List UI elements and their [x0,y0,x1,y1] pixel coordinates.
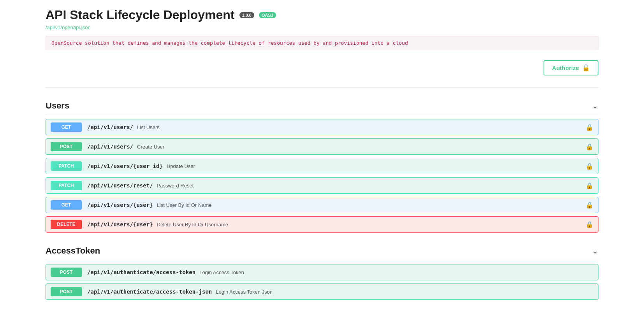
method-badge-post: POST [51,142,82,151]
lock-icon: 🔒 [586,182,593,189]
endpoint-path: /api/v1/users/{user_id} [87,163,163,169]
method-badge-post: POST [51,268,82,277]
authorize-button[interactable]: Authorize 🔓 [544,60,598,75]
oas-badge: OAS3 [259,12,276,18]
title-row: API Stack Lifecycle Deployment 1.0.0 OAS… [46,8,598,22]
endpoint-path: /api/v1/authenticate/access-token-json [87,289,212,295]
endpoint-row-users-4[interactable]: GET/api/v1/users/{user}List User By Id O… [46,197,598,213]
method-badge-patch: PATCH [51,181,82,190]
endpoint-description: Password Reset [157,183,194,189]
sections-container: Users⌄GET/api/v1/users/List Users🔒POST/a… [46,97,598,300]
method-badge-delete: DELETE [51,220,82,229]
lock-icon: 🔒 [586,124,593,131]
method-badge-patch: PATCH [51,161,82,171]
method-badge-get: GET [51,122,82,132]
lock-icon: 🔒 [586,163,593,170]
section-title-access-token: AccessToken [46,246,100,256]
method-badge-post: POST [51,287,82,296]
authorize-label: Authorize [552,65,579,71]
endpoint-path: /api/v1/authenticate/access-token [87,269,195,275]
section-access-token: AccessToken⌄POST/api/v1/authenticate/acc… [46,242,598,300]
chevron-down-icon-access-token: ⌄ [592,246,598,256]
page-wrapper: API Stack Lifecycle Deployment 1.0.0 OAS… [30,0,614,311]
endpoint-row-users-3[interactable]: PATCH/api/v1/users/reset/Password Reset🔒 [46,177,598,194]
endpoint-description: Delete User By Id Or Username [157,222,229,228]
header-section: API Stack Lifecycle Deployment 1.0.0 OAS… [46,8,598,88]
endpoint-path: /api/v1/users/{user} [87,221,153,228]
endpoint-row-access-token-1[interactable]: POST/api/v1/authenticate/access-token-js… [46,284,598,300]
section-users: Users⌄GET/api/v1/users/List Users🔒POST/a… [46,97,598,233]
section-header-access-token[interactable]: AccessToken⌄ [46,242,598,260]
endpoint-path: /api/v1/users/reset/ [87,182,153,189]
authorize-row: Authorize 🔓 [46,56,598,79]
endpoint-row-users-5[interactable]: DELETE/api/v1/users/{user}Delete User By… [46,216,598,233]
lock-icon: 🔒 [586,143,593,150]
lock-icon: 🔒 [586,201,593,209]
method-badge-get: GET [51,200,82,210]
endpoint-description: List Users [137,124,160,130]
endpoint-row-users-1[interactable]: POST/api/v1/users/Create User🔒 [46,138,598,155]
endpoint-description: Login Access Token [199,270,244,275]
endpoint-description: Login Access Token Json [216,289,273,295]
section-title-users: Users [46,101,69,111]
description-box: OpenSource solution that defines and man… [46,36,598,50]
endpoint-path: /api/v1/users/{user} [87,202,153,208]
endpoint-description: Update User [167,163,195,169]
endpoint-description: List User By Id Or Name [157,202,212,208]
lock-icon: 🔒 [586,221,593,228]
section-header-users[interactable]: Users⌄ [46,97,598,115]
endpoint-path: /api/v1/users/ [87,124,133,130]
version-badge: 1.0.0 [239,12,254,18]
endpoint-row-users-0[interactable]: GET/api/v1/users/List Users🔒 [46,119,598,135]
endpoint-path: /api/v1/users/ [87,144,133,150]
endpoint-row-users-2[interactable]: PATCH/api/v1/users/{user_id}Update User🔒 [46,158,598,174]
endpoint-row-access-token-0[interactable]: POST/api/v1/authenticate/access-tokenLog… [46,264,598,280]
chevron-down-icon-users: ⌄ [592,101,598,110]
api-url: /api/v1/openapi.json [46,24,598,30]
endpoint-description: Create User [137,144,164,150]
page-title: API Stack Lifecycle Deployment [46,8,235,22]
lock-icon: 🔓 [582,64,590,72]
